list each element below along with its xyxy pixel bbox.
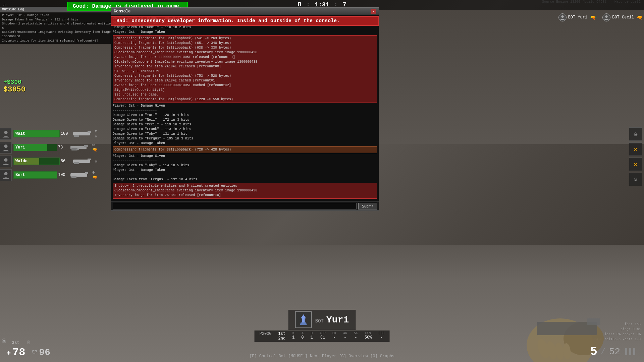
team-player-list: Walt 100 ⚙ ☠ Yuri 78 xyxy=(0,127,97,182)
5k-value: - xyxy=(355,335,357,340)
weapon-display: P2000 xyxy=(260,331,272,341)
assists-label: A xyxy=(302,331,304,335)
waldo-weapon xyxy=(71,158,94,165)
walt-icon xyxy=(0,128,12,140)
svg-point-1 xyxy=(605,15,608,18)
right-icon-x1: ✕ xyxy=(629,142,642,156)
console-line-28: Player: 3st - Damage Given xyxy=(113,154,377,159)
console-window: Console ✕ Player: 3st - Damage Given----… xyxy=(111,7,379,211)
console-line-16: Player: 3st - Damage Taken xyxy=(113,30,377,35)
console-line-33: Damage Taken from 'Fergus' - 132 in 4 hi… xyxy=(113,177,377,182)
yuri-extra-icon-2: 🔫 xyxy=(92,147,97,153)
deaths-col: D 1 xyxy=(311,331,313,341)
yuri-weapon xyxy=(68,144,92,151)
spectating-player-name: Yuri xyxy=(326,315,349,325)
cecil-avatar xyxy=(602,13,610,21)
player-row-waldo: Waldo 56 ☠ xyxy=(0,155,97,168)
walt-health-bar: Walt xyxy=(13,130,60,137)
health-icon: ✚ xyxy=(7,348,11,357)
obj-col: OBJ - xyxy=(378,331,384,341)
score-separator: : xyxy=(307,2,310,8)
hs-value: 50% xyxy=(365,335,372,340)
console-line-21: Damage Given to "Neil" - 172 in 3 hits xyxy=(113,118,377,122)
bottom-left-hud: ✚ 78 🛡 96 xyxy=(7,346,50,359)
armor-icon: 🛡 xyxy=(32,349,37,356)
outside-log-content: Player: 3st - Damage Taken Damage Taken … xyxy=(0,12,114,44)
bert-hp: 100 xyxy=(58,173,68,177)
control-hints: [E] Control Bot [MOUSE1] Next Player [C]… xyxy=(250,354,394,359)
walt-weapon xyxy=(71,130,94,137)
waldo-health-bar: Waldo xyxy=(13,158,60,165)
console-title-bar: Console ✕ xyxy=(111,8,379,15)
svg-rect-18 xyxy=(71,176,76,178)
yuri-name: BOT Yuri xyxy=(568,15,588,20)
health-value: 78 xyxy=(12,346,25,359)
3k-col: 3K - xyxy=(332,331,336,341)
console-line-15: Damage Given to "Cecil" - 110 in 2 hits xyxy=(113,25,377,30)
right-icon-skull: ☠ xyxy=(629,127,642,141)
console-submit-button[interactable]: Submit xyxy=(358,203,377,209)
outside-log-line-4: Inventory image for item 2A184E released… xyxy=(2,39,112,43)
console-close-button[interactable]: ✕ xyxy=(371,9,376,14)
bert-health-bar: Bert xyxy=(13,171,57,179)
score-separator2: : xyxy=(334,2,338,8)
death-indicator-icon: ☠ xyxy=(27,339,30,345)
waldo-extra-icon-1: ☠ xyxy=(95,159,97,164)
outside-log-line-3: CScaleformComponent_ImageCache evicting … xyxy=(2,30,112,39)
right-icon-x2: ✕ xyxy=(629,158,642,171)
console-line-22: Damage Given to "Cecil" - 119 in 2 hits xyxy=(113,122,377,127)
4k-col: 4K - xyxy=(343,331,347,341)
console-line-30: Damage Given to "Toby" - 114 in 5 hits xyxy=(113,163,377,168)
4k-value: - xyxy=(344,335,346,340)
health-display: ✚ 78 xyxy=(7,346,25,359)
walt-extra-icon-1: ⚙ xyxy=(95,129,97,134)
round-text: 3st xyxy=(12,340,19,345)
rank-val: 1st xyxy=(278,331,286,336)
cecil-name: BOT Cecil xyxy=(612,15,634,20)
spectating-name-group: BOT Yuri xyxy=(315,315,349,325)
console-line-31: Player: 3st - Damage Taken xyxy=(113,168,377,173)
svg-rect-17 xyxy=(85,172,88,174)
assists-col: A 0 xyxy=(301,331,304,341)
adr-value: 31 xyxy=(320,335,325,340)
player-row-bert: Bert 100 ⚙ 🔫 xyxy=(0,169,97,181)
ammo-current: 5 xyxy=(590,345,597,359)
console-line-24: Damage Given to "Toby" - 131 in 1 hit xyxy=(113,132,377,136)
walt-hp: 100 xyxy=(61,131,71,136)
yuri-player-name: Yuri xyxy=(15,145,25,150)
deaths-value: 1 xyxy=(311,335,313,340)
console-line-18: Player: 3st - Damage Given xyxy=(113,104,377,108)
bottom-right-hud: 5 / 52 ▌▌▌ xyxy=(590,345,637,359)
outside-log-line-1: Damage Taken from 'Fergus' - 132 in 4 hi… xyxy=(2,18,112,22)
armor-value: 96 xyxy=(39,347,50,358)
console-red-highlight-17: Compressing fragments for 3st(loopback) … xyxy=(113,35,377,103)
deaths-label: D xyxy=(311,331,313,335)
svg-point-11 xyxy=(4,158,8,162)
svg-rect-14 xyxy=(74,162,79,164)
yuri-extra-icon-1: ⚙ xyxy=(92,142,97,147)
yuri-health-bar: Yuri xyxy=(13,144,57,151)
console-line-19: ---------------------- xyxy=(113,108,377,113)
waldo-hp: 56 xyxy=(61,159,71,164)
ammo-bars-icon: ▌▌▌ xyxy=(625,348,637,356)
console-output[interactable]: Player: 3st - Damage Given--------------… xyxy=(111,15,379,201)
outside-log-panel: Outside.Log Player: 3st - Damage Taken D… xyxy=(0,7,114,44)
spectating-panel: BOT Yuri P2000 1st 2nd K 1 A 0 D 1 ADR 3… xyxy=(255,310,390,342)
console-input-bar: Submit xyxy=(111,201,379,210)
console-line-32: ---------------------- xyxy=(113,173,377,177)
round-timer: 1:31 xyxy=(315,1,329,8)
waldo-name: Waldo xyxy=(15,159,28,164)
svg-rect-22 xyxy=(587,318,600,325)
armor-display: 🛡 96 xyxy=(32,347,50,358)
ammo-reserve: 52 xyxy=(609,347,620,357)
player-row-yuri: Yuri 78 ⚙ 🔫 xyxy=(0,141,97,154)
console-input-field[interactable] xyxy=(113,203,357,209)
right-icon-skull2: ☠ xyxy=(629,173,642,186)
bad-annotation-banner: Bad: Unnecessary developer information. … xyxy=(111,16,379,26)
console-red-highlight-34: Shutdown 2 predictable entities and 0 cl… xyxy=(113,183,377,199)
console-line-25: Damage Given to "Fergus" - 195 in 3 hits xyxy=(113,136,377,141)
console-line-26: Player: 3st - Damage Taken xyxy=(113,141,377,146)
player-row-walt: Walt 100 ⚙ ☠ xyxy=(0,127,97,140)
5k-label: 5K xyxy=(354,331,358,335)
svg-rect-10 xyxy=(76,149,79,150)
